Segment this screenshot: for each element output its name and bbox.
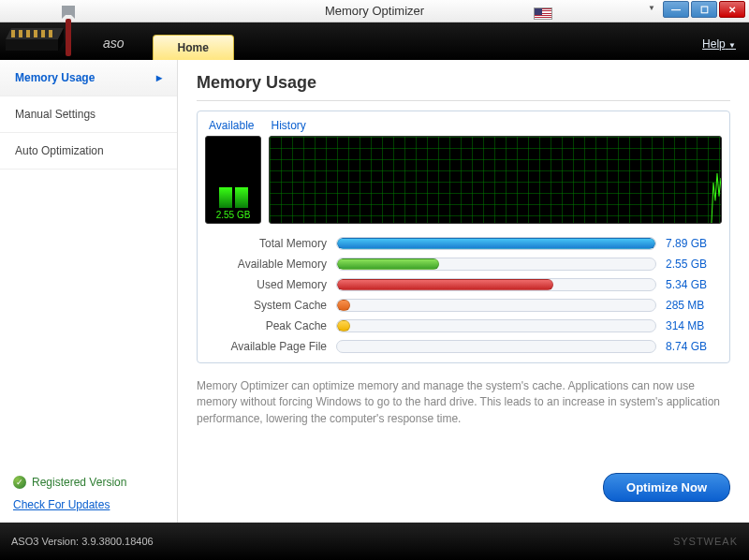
sidebar: Memory Usage ▸ Manual Settings Auto Opti… <box>0 60 178 523</box>
optimize-now-button[interactable]: Optimize Now <box>603 473 730 502</box>
stat-value: 8.74 GB <box>666 340 722 353</box>
history-chart-label: History <box>271 119 305 132</box>
sidebar-item-label: Manual Settings <box>15 108 95 121</box>
stat-label: Available Page File <box>205 340 327 353</box>
window-title: Memory Optimizer <box>325 4 424 18</box>
gauge-bar <box>235 187 248 208</box>
memory-chart-panel: Available History 2.55 GB Total Mem <box>197 111 730 363</box>
description-text: Memory Optimizer can optimize memory and… <box>197 378 730 427</box>
memory-stats-list: Total Memory7.89 GBAvailable Memory2.55 … <box>205 237 722 353</box>
maximize-button[interactable]: ☐ <box>691 1 717 18</box>
svg-rect-4 <box>19 30 22 37</box>
stat-bar-fill <box>337 238 655 249</box>
stat-bar-fill <box>337 279 553 290</box>
available-chart-label: Available <box>209 119 254 132</box>
stat-label: Available Memory <box>205 258 327 271</box>
stat-row: Available Memory2.55 GB <box>205 258 722 271</box>
divider <box>197 100 730 101</box>
sidebar-item-manual-settings[interactable]: Manual Settings <box>0 96 177 133</box>
gauge-bar <box>219 187 232 208</box>
svg-rect-9 <box>66 19 71 56</box>
stat-bar-track <box>336 278 656 291</box>
sidebar-item-memory-usage[interactable]: Memory Usage ▸ <box>0 60 177 96</box>
sidebar-item-label: Auto Optimization <box>15 144 104 157</box>
stat-value: 7.89 GB <box>666 237 722 250</box>
stat-label: Peak Cache <box>205 319 327 332</box>
registered-label: Registered Version <box>32 476 126 489</box>
stat-value: 314 MB <box>666 319 722 332</box>
help-menu[interactable]: Help ▼ <box>702 37 736 51</box>
page-title: Memory Usage <box>197 73 730 93</box>
check-circle-icon: ✓ <box>13 476 26 489</box>
stat-row: System Cache285 MB <box>205 299 722 312</box>
stat-bar-track <box>336 299 656 312</box>
titlebar: Memory Optimizer ▼ — ☐ ✕ <box>0 0 749 22</box>
svg-rect-8 <box>49 30 52 37</box>
gauge-value: 2.55 GB <box>216 210 251 220</box>
svg-rect-3 <box>11 30 15 37</box>
tab-home[interactable]: Home <box>153 35 234 60</box>
close-button[interactable]: ✕ <box>719 1 745 18</box>
minimize-button[interactable]: — <box>663 1 689 18</box>
chevron-down-icon: ▼ <box>728 41 736 50</box>
stat-row: Used Memory5.34 GB <box>205 278 722 291</box>
registered-version-status: ✓ Registered Version <box>0 470 177 494</box>
stat-bar-track <box>336 258 656 271</box>
stat-label: Total Memory <box>205 237 327 250</box>
locale-selector[interactable]: ▼ <box>648 4 655 12</box>
chevron-right-icon: ▸ <box>156 71 162 84</box>
tab-home-label: Home <box>178 41 209 54</box>
sidebar-item-label: Memory Usage <box>15 71 95 84</box>
stat-bar-fill <box>337 341 655 352</box>
stat-bar-fill <box>337 300 350 311</box>
stat-bar-track <box>336 319 656 332</box>
stat-row: Peak Cache314 MB <box>205 319 722 332</box>
available-memory-gauge: 2.55 GB <box>205 136 261 224</box>
stat-value: 285 MB <box>666 299 722 312</box>
version-label: ASO3 Version: 3.9.3800.18406 <box>11 536 154 547</box>
stat-value: 2.55 GB <box>666 258 722 271</box>
brand-label: aso <box>103 36 125 51</box>
app-logo-icon <box>0 2 94 63</box>
watermark: SYSTWEAK <box>673 536 738 547</box>
chevron-down-icon: ▼ <box>648 4 655 12</box>
stat-label: System Cache <box>205 299 327 312</box>
stat-bar-fill <box>337 320 350 332</box>
stat-row: Available Page File8.74 GB <box>205 340 722 353</box>
stat-bar-track <box>336 340 656 353</box>
svg-rect-7 <box>41 30 45 37</box>
stat-label: Used Memory <box>205 278 327 291</box>
svg-rect-5 <box>26 30 30 37</box>
history-chart <box>269 136 722 224</box>
toolbar: aso Home Help ▼ <box>0 22 749 60</box>
svg-marker-1 <box>6 39 58 51</box>
sidebar-item-auto-optimization[interactable]: Auto Optimization <box>0 133 177 169</box>
content-area: Memory Usage Available History 2.55 GB <box>178 60 749 523</box>
us-flag-icon <box>534 7 552 20</box>
stat-row: Total Memory7.89 GB <box>205 237 722 250</box>
stat-bar-fill <box>337 258 439 270</box>
check-for-updates-link[interactable]: Check For Updates <box>13 498 110 511</box>
footer: ASO3 Version: 3.9.3800.18406 SYSTWEAK <box>0 523 749 560</box>
svg-rect-6 <box>34 30 37 37</box>
stat-value: 5.34 GB <box>666 278 722 291</box>
stat-bar-track <box>336 237 656 250</box>
